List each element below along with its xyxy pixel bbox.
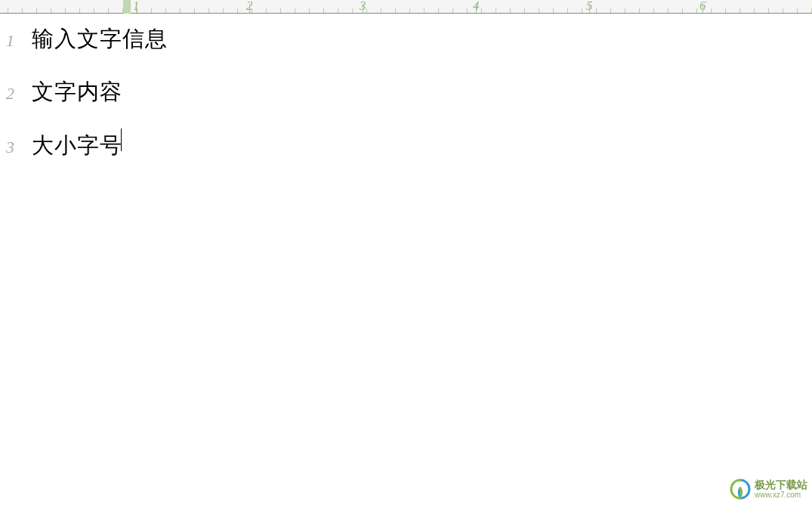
ruler-tick-minor (797, 8, 798, 13)
ruler-tick-minor (524, 8, 525, 13)
ruler-tick-minor (696, 8, 697, 13)
ruler-tick-minor (352, 8, 353, 13)
ruler-tick-minor (653, 8, 654, 13)
watermark-text: 极光下载站 www.xz7.com (755, 479, 807, 499)
ruler-tick-minor (625, 8, 625, 13)
ruler-tick-minor (237, 8, 238, 13)
ruler-tick-minor (783, 8, 783, 13)
horizontal-ruler[interactable]: 123456 (0, 0, 812, 14)
ruler-tick-minor (381, 8, 381, 13)
line-text[interactable]: 大小字号 (32, 131, 122, 161)
ruler-tick-minor (51, 8, 51, 13)
ruler-tick-minor (582, 8, 582, 13)
ruler-tick-minor (711, 8, 712, 13)
ruler-tick-minor (79, 8, 80, 13)
document-editor[interactable]: 1 输入文字信息 2 文字内容 3 大小字号 (0, 14, 812, 505)
ruler-ticks: 123456 (0, 0, 812, 13)
ruler-tick-minor (682, 8, 683, 13)
watermark-title: 极光下载站 (755, 479, 807, 491)
ruler-tick-minor (567, 8, 568, 13)
ruler-tick-minor (424, 8, 425, 13)
ruler-tick-minor (180, 8, 181, 13)
ruler-tick-minor (223, 8, 224, 13)
line-number: 3 (6, 138, 29, 157)
watermark-url: www.xz7.com (755, 491, 807, 499)
ruler-tick-minor (295, 8, 295, 13)
ruler-tick-minor (754, 8, 755, 13)
ruler-tick-minor (438, 8, 439, 13)
text-line[interactable]: 1 输入文字信息 (0, 24, 812, 54)
ruler-tick-minor (510, 8, 511, 13)
ruler-tick-minor (596, 8, 597, 13)
ruler-tick-minor (467, 8, 468, 13)
watermark: 极光下载站 www.xz7.com (729, 478, 807, 500)
ruler-tick-minor (194, 8, 195, 13)
line-number: 2 (6, 84, 29, 104)
ruler-tick-minor (668, 8, 668, 13)
ruler-tick-minor (739, 8, 740, 13)
ruler-tick-minor (65, 8, 66, 13)
text-line[interactable]: 3 大小字号 (0, 130, 812, 161)
ruler-tick-minor (639, 8, 640, 13)
ruler-tick-minor (452, 8, 453, 13)
ruler-indent-marker[interactable] (123, 0, 131, 14)
ruler-tick-minor (309, 8, 310, 13)
watermark-logo-icon (729, 478, 752, 500)
ruler-tick-minor (323, 8, 324, 13)
ruler-tick-minor (481, 8, 482, 13)
ruler-tick-minor (395, 8, 396, 13)
ruler-tick-minor (94, 8, 94, 13)
ruler-number: 4 (473, 0, 480, 14)
ruler-tick-minor (36, 8, 37, 13)
ruler-tick-minor (409, 8, 410, 13)
ruler-number: 3 (360, 0, 366, 14)
ruler-tick-minor (366, 8, 367, 13)
text-cursor-icon (121, 129, 122, 151)
ruler-tick-minor (22, 8, 23, 13)
ruler-number: 2 (246, 0, 253, 14)
line-text[interactable]: 文字内容 (32, 77, 122, 107)
ruler-tick-minor (266, 8, 267, 13)
ruler-number: 6 (699, 0, 706, 14)
ruler-tick-minor (539, 8, 539, 13)
ruler-tick-minor (338, 8, 338, 13)
ruler-tick-minor (768, 8, 769, 13)
ruler-tick-minor (151, 8, 152, 13)
line-text[interactable]: 输入文字信息 (32, 24, 168, 54)
ruler-tick-minor (8, 8, 8, 13)
line-number: 1 (6, 31, 29, 51)
ruler-tick-minor (108, 8, 109, 13)
ruler-tick-minor (165, 8, 166, 13)
ruler-tick-minor (280, 8, 281, 13)
ruler-tick-minor (496, 8, 496, 13)
ruler-tick-minor (553, 8, 554, 13)
ruler-tick-minor (725, 8, 726, 13)
text-line[interactable]: 2 文字内容 (0, 77, 812, 107)
ruler-tick-minor (610, 8, 611, 13)
ruler-number: 5 (586, 0, 593, 14)
ruler-number: 1 (133, 0, 140, 14)
ruler-tick-minor (208, 8, 209, 13)
